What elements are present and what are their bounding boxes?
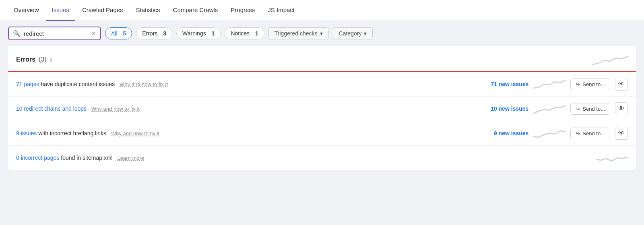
eye-icon-3: 👁 [618, 130, 625, 137]
filter-all-count: 5 [123, 30, 126, 37]
table-row: 10 redirect chains and loops Why and how… [8, 97, 636, 121]
triggered-checks-chevron-icon: ▾ [320, 30, 323, 37]
new-issues-count-1: 71 new issues [491, 81, 528, 87]
why-link-1[interactable]: Why and how to fix it [120, 81, 168, 87]
mini-chart-3 [533, 127, 566, 140]
nav-issues[interactable]: Issues [46, 0, 75, 21]
send-label-1: Send to... [582, 81, 605, 87]
errors-title-text: Errors [16, 56, 35, 63]
send-to-button-3[interactable]: ↪ Send to... [570, 128, 610, 139]
issue-link-3[interactable]: 9 issues [16, 130, 37, 136]
info-icon[interactable]: ℹ [50, 56, 52, 63]
filter-notices-label: Notices [231, 30, 250, 37]
top-navigation: Overview Issues Crawled Pages Statistics… [0, 0, 644, 21]
issue-text-3: 9 issues with incorrect hreflang links W… [16, 129, 489, 138]
search-container: 🔍 ✕ [8, 27, 101, 40]
search-input[interactable] [24, 30, 88, 37]
filter-all-label: All [111, 30, 118, 37]
send-label-2: Send to... [582, 106, 605, 112]
errors-section: Errors (3) ℹ [8, 46, 636, 170]
nav-crawled-pages[interactable]: Crawled Pages [76, 0, 129, 21]
main-content: Errors (3) ℹ [0, 46, 644, 183]
triggered-checks-label: Triggered checks [275, 30, 318, 37]
filter-notices-count: 1 [255, 30, 258, 37]
nav-js-impact[interactable]: JS Impact [262, 0, 300, 21]
issue-link-last[interactable]: 0 incorrect pages [16, 155, 59, 161]
errors-section-title: Errors (3) ℹ [16, 56, 52, 63]
nav-progress[interactable]: Progress [225, 0, 260, 21]
filter-warnings-label: Warnings [182, 30, 206, 37]
search-icon: 🔍 [13, 30, 21, 37]
why-link-3[interactable]: Why and how to fix it [111, 130, 159, 136]
issue-right-2: 10 new issues ↪ Send to... 👁 [491, 102, 628, 115]
send-to-button-2[interactable]: ↪ Send to... [570, 103, 610, 115]
nav-statistics[interactable]: Statistics [130, 0, 166, 21]
filter-errors-label: Errors [142, 30, 157, 37]
issue-desc-3: with incorrect hreflang links [37, 130, 106, 136]
send-label-3: Send to... [582, 130, 605, 136]
send-icon-1: ↪ [576, 81, 580, 87]
learn-link[interactable]: Learn more [118, 155, 144, 161]
issue-desc-1: have duplicate content issues [39, 81, 115, 87]
eye-button-1[interactable]: 👁 [615, 78, 628, 91]
filter-errors-button[interactable]: Errors 3 [136, 27, 172, 39]
issue-right-3: 9 new issues ↪ Send to... 👁 [494, 127, 628, 140]
send-icon-3: ↪ [576, 130, 580, 136]
eye-icon-2: 👁 [618, 105, 625, 112]
issue-link-1[interactable]: 71 pages [16, 81, 39, 87]
errors-section-header: Errors (3) ℹ [8, 46, 636, 71]
issue-text-last: 0 incorrect pages found in sitemap.xml L… [16, 154, 591, 162]
errors-header-chart [592, 52, 628, 67]
filter-notices-button[interactable]: Notices 1 [225, 27, 264, 39]
issue-right-1: 71 new issues ↪ Send to... 👁 [491, 78, 628, 91]
mini-chart-1 [533, 78, 566, 91]
mini-chart-last [596, 151, 628, 164]
issue-desc-last: found in sitemap.xml [59, 155, 112, 161]
issue-text-1: 71 pages have duplicate content issues W… [16, 80, 486, 89]
eye-button-2[interactable]: 👁 [615, 102, 628, 115]
new-issues-count-3: 9 new issues [494, 130, 528, 136]
nav-overview[interactable]: Overview [8, 0, 45, 21]
mini-chart-2 [533, 102, 566, 115]
send-icon-2: ↪ [576, 106, 580, 112]
filter-bar: 🔍 ✕ All 5 Errors 3 Warnings 1 Notices 1 … [0, 21, 644, 46]
table-row: 9 issues with incorrect hreflang links W… [8, 121, 636, 146]
filter-errors-count: 3 [163, 30, 166, 37]
eye-icon-1: 👁 [618, 81, 625, 88]
table-row: 0 incorrect pages found in sitemap.xml L… [8, 146, 636, 170]
errors-count-text: (3) [39, 56, 47, 63]
triggered-checks-dropdown[interactable]: Triggered checks ▾ [268, 27, 329, 39]
eye-button-3[interactable]: 👁 [615, 127, 628, 140]
clear-icon[interactable]: ✕ [91, 30, 96, 37]
category-label: Category [339, 30, 362, 37]
send-to-button-1[interactable]: ↪ Send to... [570, 78, 610, 90]
table-row: 71 pages have duplicate content issues W… [8, 72, 636, 97]
nav-compare-crawls[interactable]: Compare Crawls [167, 0, 224, 21]
issue-text-2: 10 redirect chains and loops Why and how… [16, 105, 486, 113]
filter-all-button[interactable]: All 5 [105, 27, 132, 39]
category-dropdown[interactable]: Category ▾ [333, 27, 373, 39]
new-issues-count-2: 10 new issues [491, 105, 528, 112]
category-chevron-icon: ▾ [364, 30, 367, 37]
filter-warnings-button[interactable]: Warnings 1 [176, 27, 221, 39]
filter-warnings-count: 1 [212, 30, 215, 37]
issue-link-2[interactable]: 10 redirect chains and loops [16, 105, 87, 112]
why-link-2[interactable]: Why and how to fix it [91, 106, 140, 112]
